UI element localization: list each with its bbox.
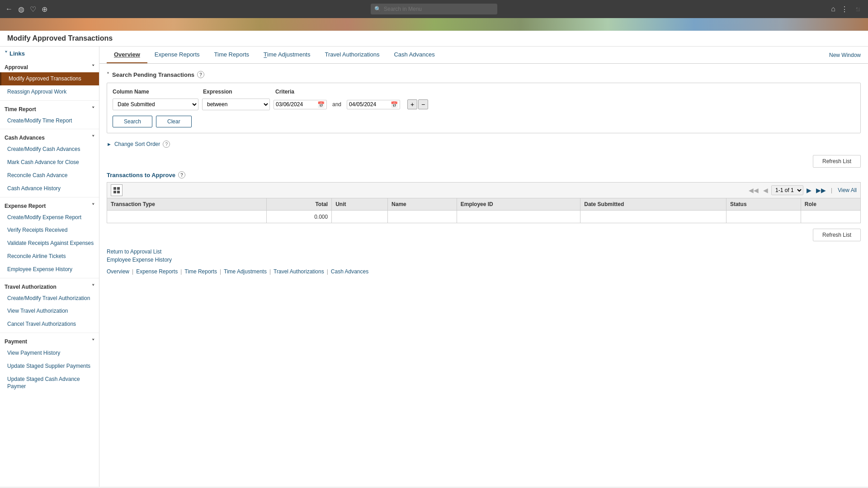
tab-travel-authorizations[interactable]: Travel Authorizations [317, 47, 387, 63]
sidebar-item-mark-cash-advance[interactable]: Mark Cash Advance for Close [0, 156, 99, 169]
circle-plus-icon[interactable]: ⊕ [42, 5, 47, 14]
sidebar-item-create-modify-time-report[interactable]: Create/Modify Time Report [0, 114, 99, 127]
back-icon[interactable]: ← [5, 5, 13, 13]
column-name-select[interactable]: Date Submitted Transaction Type Employee… [113, 99, 198, 110]
remove-row-button[interactable]: − [418, 99, 428, 109]
topbar-search-input[interactable] [371, 4, 497, 14]
bottom-tab-overview[interactable]: Overview [107, 268, 129, 275]
sidebar-item-cancel-travel-auth[interactable]: Cancel Travel Authorizations [0, 318, 99, 331]
search-section-title: Search Pending Transactions [112, 71, 194, 78]
date-from-input[interactable] [276, 101, 316, 108]
refresh-list-bottom-button[interactable]: Refresh List [813, 229, 861, 241]
sidebar-item-create-modify-cash-advances[interactable]: Create/Modify Cash Advances [0, 143, 99, 156]
sidebar-item-update-staged-cash-advance[interactable]: Update Staged Cash Advance Paymer [0, 373, 99, 394]
sidebar-item-validate-receipts[interactable]: Validate Receipts Against Expenses [0, 237, 99, 250]
topbar: ← ◍ ♡ ⊕ 🔍 ⌂ ⋮ ◾ [0, 0, 868, 18]
sidebar-section-travel-auth-label: Travel Authorization [5, 284, 57, 290]
search-collapse-icon: ˅ [107, 72, 109, 78]
new-window-link[interactable]: New Window [829, 52, 861, 58]
search-button[interactable]: Search [113, 116, 152, 127]
bottom-tab-time-adjustments[interactable]: Time Adjustments [224, 268, 267, 275]
transactions-title: Transactions to Approve [107, 172, 175, 178]
and-label: and [332, 101, 341, 108]
th-total: Total [266, 198, 331, 211]
tab-time-reports[interactable]: Time Reports [207, 47, 257, 63]
sidebar-section-payment-label: Payment [5, 338, 27, 345]
clear-button[interactable]: Clear [156, 116, 192, 127]
bottom-tab-sep-5: | [327, 268, 328, 275]
grid-view-icon [113, 187, 120, 193]
sidebar-item-update-staged-supplier[interactable]: Update Staged Supplier Payments [0, 360, 99, 373]
tab-overview[interactable]: Overview [107, 47, 147, 63]
td-transaction-type [107, 211, 267, 223]
sidebar-links-header[interactable]: ˅ Links [0, 47, 99, 61]
add-row-button[interactable]: + [407, 99, 417, 109]
bottom-tab-time-reports[interactable]: Time Reports [184, 268, 217, 275]
svg-rect-3 [117, 191, 120, 193]
view-all-link[interactable]: View All [838, 187, 857, 193]
content-body: ˅ Search Pending Transactions ? Column N… [99, 64, 868, 282]
sidebar-item-create-modify-travel-auth[interactable]: Create/Modify Travel Authorization [0, 292, 99, 305]
employee-expense-history-footer-link[interactable]: Employee Expense History [107, 257, 861, 263]
sidebar-section-payment[interactable]: Payment ˅ [0, 335, 99, 347]
calendar-to-icon[interactable]: 📅 [391, 101, 398, 108]
next-page-button[interactable]: ▶ [805, 187, 813, 194]
divider-2 [0, 129, 99, 129]
expression-select[interactable]: between equals greater than less than [202, 99, 270, 110]
tab-time-adjustments[interactable]: T̲ime Adjustments [256, 47, 317, 63]
transactions-help-icon[interactable]: ? [178, 171, 185, 178]
calendar-from-icon[interactable]: 📅 [317, 101, 325, 108]
sidebar-section-time-report[interactable]: Time Report ˅ [0, 103, 99, 114]
first-page-button[interactable]: ◀◀ [747, 187, 760, 194]
sidebar-section-travel-auth[interactable]: Travel Authorization ˅ [0, 280, 99, 292]
return-to-approval-list-link[interactable]: Return to Approval List [107, 249, 861, 255]
sidebar-item-employee-expense-history[interactable]: Employee Expense History [0, 263, 99, 276]
sidebar-item-view-travel-auth[interactable]: View Travel Authorization [0, 305, 99, 318]
sort-order-help-icon[interactable]: ? [163, 141, 170, 148]
bottom-tab-cash-advances[interactable]: Cash Advances [331, 268, 368, 275]
sidebar-item-cash-advance-history[interactable]: Cash Advance History [0, 182, 99, 195]
table-toolbar: ◀◀ ◀ 1-1 of 1 ▶ ▶▶ | View All [107, 182, 861, 198]
last-page-button[interactable]: ▶▶ [815, 187, 827, 194]
topbar-search-container: 🔍 [371, 4, 497, 14]
sidebar-item-reassign-approval-work[interactable]: Reassign Approval Work [0, 85, 99, 99]
sidebar-section-cash-advances-label: Cash Advances [5, 135, 45, 141]
sidebar-item-reconcile-airline-tickets[interactable]: Reconcile Airline Tickets [0, 250, 99, 263]
sidebar-section-expense-report-label: Expense Report [5, 203, 46, 209]
table-view-toggle-button[interactable] [111, 184, 123, 196]
menu-dots-icon[interactable]: ⋮ [841, 5, 848, 14]
star-icon[interactable]: ♡ [30, 5, 36, 14]
content-area: Overview Expense Reports Time Reports T̲… [99, 47, 868, 487]
home-icon[interactable]: ⌂ [831, 5, 835, 13]
bottom-tab-expense-reports[interactable]: Expense Reports [136, 268, 178, 275]
sidebar-item-modify-approved-transactions[interactable]: Modify Approved Transactions [0, 72, 99, 85]
bottom-tab-travel-authorizations[interactable]: Travel Authorizations [274, 268, 324, 275]
page-select[interactable]: 1-1 of 1 [771, 185, 803, 195]
date-to-input[interactable] [349, 101, 390, 108]
column-name-header: Column Name [113, 89, 203, 95]
search-icon: 🔍 [374, 6, 381, 12]
sidebar-item-verify-receipts[interactable]: Verify Receipts Received [0, 224, 99, 237]
clock-icon[interactable]: ◍ [18, 5, 24, 14]
sidebar-item-create-modify-expense-report[interactable]: Create/Modify Expense Report [0, 211, 99, 224]
date-to-wrap: 📅 [347, 100, 400, 109]
sidebar-item-view-payment-history[interactable]: View Payment History [0, 347, 99, 360]
time-report-chevron-icon: ˅ [92, 106, 94, 113]
cash-advances-chevron-icon: ˅ [92, 135, 94, 141]
search-section-header[interactable]: ˅ Search Pending Transactions ? [107, 71, 861, 78]
sidebar-section-expense-report[interactable]: Expense Report ˅ [0, 199, 99, 211]
sort-order-row[interactable]: ► Change Sort Order ? [107, 141, 861, 148]
pagination: ◀◀ ◀ 1-1 of 1 ▶ ▶▶ | View All [747, 185, 857, 195]
sidebar-item-reconcile-cash-advance[interactable]: Reconcile Cash Advance [0, 169, 99, 182]
sidebar-section-approval[interactable]: Approval ˅ [0, 61, 99, 72]
sidebar-section-cash-advances[interactable]: Cash Advances ˅ [0, 131, 99, 143]
refresh-list-top-button[interactable]: Refresh List [813, 155, 861, 168]
tab-cash-advances[interactable]: Cash Advances [387, 47, 442, 63]
td-date-submitted [580, 211, 726, 223]
prev-page-button[interactable]: ◀ [762, 187, 769, 194]
grid-icon[interactable]: ◾ [854, 5, 863, 14]
expression-header: Expression [203, 89, 275, 95]
search-help-icon[interactable]: ? [197, 71, 204, 78]
table-row[interactable]: 0.000 [107, 211, 861, 223]
tab-expense-reports[interactable]: Expense Reports [147, 47, 207, 63]
